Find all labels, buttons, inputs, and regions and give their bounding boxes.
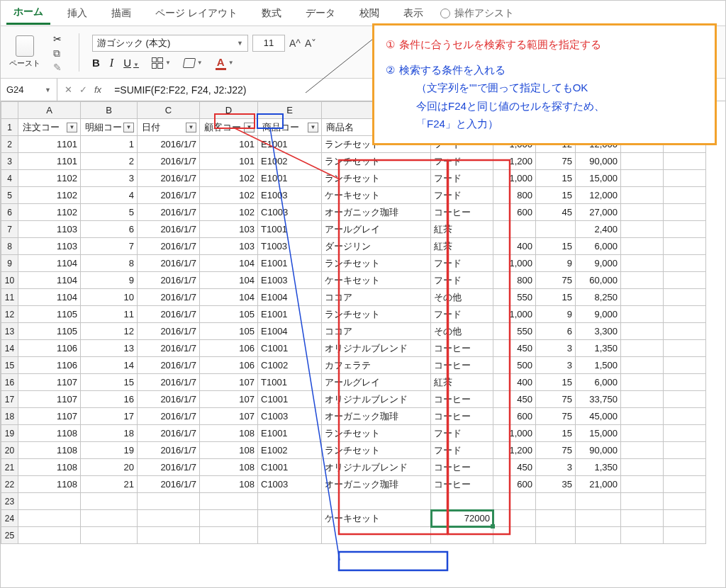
cell[interactable]: 12: [81, 323, 138, 340]
cell[interactable]: [664, 459, 706, 476]
cell[interactable]: [493, 221, 536, 238]
cell[interactable]: 5: [81, 204, 138, 221]
cell[interactable]: 500: [493, 357, 536, 374]
cell[interactable]: [664, 357, 706, 374]
cell[interactable]: 107: [200, 391, 258, 408]
cell[interactable]: [621, 153, 664, 170]
row-header[interactable]: 6: [1, 204, 18, 221]
cell[interactable]: 2016/1/7: [138, 408, 200, 425]
cell[interactable]: [664, 204, 706, 221]
copy-button[interactable]: [53, 47, 66, 57]
cell[interactable]: 2016/1/7: [138, 357, 200, 374]
cell[interactable]: [621, 272, 664, 289]
paste-button[interactable]: ペースト: [9, 35, 40, 69]
cell[interactable]: C1003: [258, 408, 322, 425]
cell-F24[interactable]: ケーキセット: [322, 510, 431, 527]
cell[interactable]: 3: [536, 459, 576, 476]
col-header-C[interactable]: C: [138, 102, 200, 119]
cell[interactable]: 75: [536, 272, 576, 289]
col-header-B[interactable]: B: [81, 102, 138, 119]
cell[interactable]: 1108: [18, 459, 81, 476]
cell[interactable]: 1,000: [493, 425, 536, 442]
tab-data[interactable]: データ: [298, 3, 342, 24]
cell[interactable]: [621, 187, 664, 204]
cell[interactable]: [664, 272, 706, 289]
cell[interactable]: 75: [536, 391, 576, 408]
fill-color-button[interactable]: ▼: [184, 58, 203, 68]
cell[interactable]: E1001: [258, 255, 322, 272]
cell[interactable]: 2016/1/7: [138, 306, 200, 323]
cell[interactable]: [621, 221, 664, 238]
cell[interactable]: 2016/1/7: [138, 323, 200, 340]
cell[interactable]: [621, 340, 664, 357]
cell[interactable]: 60,000: [576, 272, 621, 289]
cell[interactable]: 2016/1/7: [138, 272, 200, 289]
cell[interactable]: T1001: [258, 221, 322, 238]
cell[interactable]: 104: [200, 255, 258, 272]
cell[interactable]: [664, 187, 706, 204]
cell[interactable]: 3: [536, 340, 576, 357]
cell[interactable]: 2016/1/7: [138, 255, 200, 272]
cell[interactable]: 33,750: [576, 391, 621, 408]
cell[interactable]: [664, 170, 706, 187]
cell[interactable]: 90,000: [576, 442, 621, 459]
row-header[interactable]: 9: [1, 255, 18, 272]
cell[interactable]: 27,000: [576, 204, 621, 221]
cell[interactable]: 1,350: [576, 340, 621, 357]
cell[interactable]: 108: [200, 459, 258, 476]
cell[interactable]: フード: [431, 272, 493, 289]
cell[interactable]: 103: [200, 238, 258, 255]
cell[interactable]: 1108: [18, 476, 81, 493]
tab-formulas[interactable]: 数式: [255, 3, 289, 24]
enter-formula-icon[interactable]: ✓: [79, 84, 87, 95]
cell[interactable]: 15: [536, 170, 576, 187]
cell[interactable]: 紅茶: [431, 238, 493, 255]
cell[interactable]: 106: [200, 357, 258, 374]
cell[interactable]: ダージリン: [322, 238, 431, 255]
cell[interactable]: その他: [431, 323, 493, 340]
cell[interactable]: 600: [493, 408, 536, 425]
cell[interactable]: フード: [431, 187, 493, 204]
cell[interactable]: [664, 340, 706, 357]
cell[interactable]: フード: [431, 306, 493, 323]
cell[interactable]: [664, 306, 706, 323]
cell[interactable]: 1104: [18, 289, 81, 306]
cell[interactable]: 75: [536, 408, 576, 425]
cell[interactable]: 400: [493, 238, 536, 255]
cell[interactable]: 13: [81, 340, 138, 357]
row-header[interactable]: 19: [1, 425, 18, 442]
cell[interactable]: ランチセット: [322, 425, 431, 442]
cell[interactable]: 550: [493, 289, 536, 306]
cell[interactable]: E1004: [258, 323, 322, 340]
cell[interactable]: 9,000: [576, 306, 621, 323]
row-header[interactable]: 20: [1, 442, 18, 459]
cell[interactable]: E1004: [258, 289, 322, 306]
cell[interactable]: 15: [536, 289, 576, 306]
cell[interactable]: 10: [81, 289, 138, 306]
cell[interactable]: E1002: [258, 153, 322, 170]
cell[interactable]: 1103: [18, 221, 81, 238]
cell[interactable]: 21,000: [576, 476, 621, 493]
underline-button[interactable]: U▼: [123, 57, 139, 69]
row-header[interactable]: 10: [1, 272, 18, 289]
cell[interactable]: コーヒー: [431, 408, 493, 425]
cell[interactable]: 108: [200, 442, 258, 459]
row-header[interactable]: 7: [1, 221, 18, 238]
cancel-formula-icon[interactable]: ✕: [65, 84, 72, 95]
cell[interactable]: 600: [493, 204, 536, 221]
cell[interactable]: 2016/1/7: [138, 289, 200, 306]
filter-button[interactable]: ▼: [308, 123, 318, 132]
cell[interactable]: 1106: [18, 340, 81, 357]
col-header-D[interactable]: D: [200, 102, 258, 119]
cell[interactable]: 紅茶: [431, 221, 493, 238]
cell[interactable]: 2016/1/7: [138, 340, 200, 357]
row-header[interactable]: 21: [1, 459, 18, 476]
cell[interactable]: 21: [81, 476, 138, 493]
cell[interactable]: 2,400: [576, 221, 621, 238]
cell[interactable]: 11: [81, 306, 138, 323]
cell[interactable]: E1001: [258, 306, 322, 323]
cell[interactable]: 1,200: [493, 153, 536, 170]
cell[interactable]: [621, 170, 664, 187]
cell[interactable]: 75: [536, 153, 576, 170]
cell[interactable]: ランチセット: [322, 306, 431, 323]
